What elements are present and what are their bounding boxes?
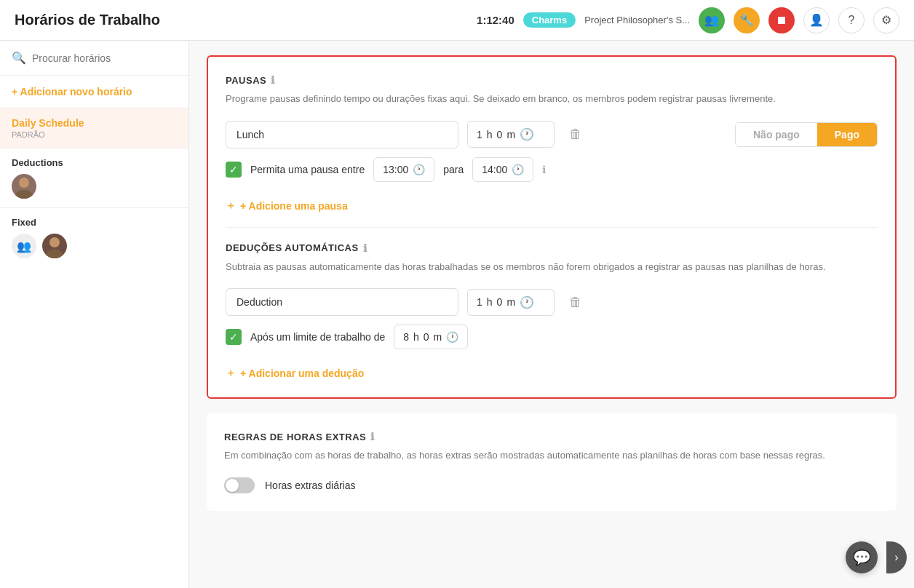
chat-button[interactable]: 💬 [846,541,878,573]
toggle-knob [226,479,239,492]
svg-point-0 [19,178,29,188]
svg-point-1 [15,190,33,199]
break-minutes: 0 [497,129,503,140]
add-deduction-icon: ＋ [226,367,236,380]
break-duration-input[interactable]: 1 h 0 m 🕐 [467,121,555,148]
break-from-value: 13:00 [383,164,408,175]
pausas-title: PAUSAS ℹ [226,74,878,86]
clock-to-icon: 🕐 [512,164,524,175]
paid-button[interactable]: Pago [817,123,877,146]
deductions-title: Deductions [12,157,177,168]
daily-overtime-toggle[interactable] [224,477,255,493]
overtime-info-icon[interactable]: ℹ [370,431,375,442]
add-break-icon: ＋ [226,199,236,212]
overtime-section: REGRAS DE HORAS EXTRAS ℹ Em combinação c… [207,413,897,511]
group-icon: 👥 [12,234,36,258]
break-hours: 1 [477,129,482,140]
sidebar-item-daily-schedule[interactable]: Daily Schedule PADRÃO [0,108,188,148]
fixed-title: Fixed [12,217,177,228]
deduction-clock-icon: 🕐 [520,295,534,309]
break-to-input[interactable]: 14:00 🕐 [472,157,533,182]
clock-from-icon: 🕐 [413,164,425,175]
help-icon-button[interactable]: ? [838,7,865,33]
unpaid-button[interactable]: Não pago [736,123,817,146]
deduction-duration-input[interactable]: 1 h 0 m 🕐 [467,289,555,316]
add-schedule-button[interactable]: + Adicionar novo horário [0,76,188,108]
work-limit-label: Após um limite de trabalho de [250,331,385,343]
work-limit-checkbox[interactable]: ✓ [226,329,242,345]
deducoes-desc: Subtraia as pausas automaticamente das h… [226,260,878,274]
pausas-section: PAUSAS ℹ Programe pausas definindo tempo… [226,74,878,212]
daily-overtime-label: Horas extras diárias [265,480,356,491]
page-title: Horários de Trabalho [15,12,160,28]
delete-break-button[interactable]: 🗑 [563,122,588,147]
work-hours: 8 [403,331,409,343]
deducoes-title: DEDUÇÕES AUTOMÁTICAS ℹ [226,242,878,254]
charms-badge[interactable]: Charms [523,12,576,28]
header-controls: 1:12:40 Charms Project Philosopher's S..… [477,7,899,33]
deductions-section: Deductions [0,148,188,207]
add-deduction-button[interactable]: ＋ + Adicionar uma dedução [226,367,364,380]
search-icon: 🔍 [12,51,26,65]
deduction-entry-row: 1 h 0 m 🕐 🗑 [226,288,878,316]
deduction-minutes: 0 [497,296,503,308]
overtime-title: REGRAS DE HORAS EXTRAS ℹ [224,431,879,442]
fixed-avatars: 👥 [12,234,177,258]
deducoes-section: DEDUÇÕES AUTOMÁTICAS ℹ Subtraia as pausa… [226,242,878,381]
delete-deduction-button[interactable]: 🗑 [563,290,588,314]
deductions-avatars [12,174,177,199]
main-layout: 🔍 + Adicionar novo horário Daily Schedul… [0,41,914,588]
svg-point-2 [49,237,60,247]
break-range-info-icon[interactable]: ℹ [542,164,546,175]
work-clock-icon: 🕐 [446,331,458,343]
allow-break-row: ✓ Permita uma pausa entre 13:00 🕐 para 1… [226,157,878,182]
main-content: PAUSAS ℹ Programe pausas definindo tempo… [189,41,914,588]
daily-overtime-row: Horas extras diárias [224,477,879,493]
fixed-section: Fixed 👥 [0,207,188,267]
work-limit-row: ✓ Após um limite de trabalho de 8 h 0 m … [226,325,878,349]
timer-display: 1:12:40 [477,14,514,26]
pay-toggle: Não pago Pago [735,122,878,147]
break-from-input[interactable]: 13:00 🕐 [373,157,434,182]
deducoes-info-icon[interactable]: ℹ [363,242,367,254]
search-container: 🔍 [0,41,188,76]
tools-icon-button[interactable]: 🔧 [734,7,760,33]
break-entry-row: 1 h 0 m 🕐 🗑 Não pago Pago [226,121,878,148]
add-deduction-label: + Adicionar uma dedução [240,368,364,379]
allow-break-label: Permita uma pausa entre [250,164,365,175]
team-icon-button[interactable]: 👥 [699,7,725,33]
overtime-desc: Em combinação com as horas de trabalho, … [224,448,879,463]
svg-point-3 [46,250,63,258]
work-minutes: 0 [424,331,429,343]
project-name[interactable]: Project Philosopher's S... [584,15,690,25]
schedule-sub: PADRÃO [12,130,177,139]
add-break-button[interactable]: ＋ + Adicione uma pausa [226,199,348,212]
sidebar: 🔍 + Adicionar novo horário Daily Schedul… [0,41,189,588]
stop-icon-button[interactable]: ⏹ [768,7,795,33]
settings-icon-button[interactable]: ⚙ [873,7,899,33]
add-break-label: + Adicione uma pausa [240,200,348,212]
pausas-info-icon[interactable]: ℹ [271,74,275,86]
deduction-avatar [12,174,36,199]
break-name-input[interactable] [226,121,458,148]
break-to-value: 14:00 [482,164,507,175]
para-label: para [443,164,464,175]
user-icon-button[interactable]: 👤 [803,7,830,33]
deduction-name-input[interactable] [226,288,458,316]
work-limit-input[interactable]: 8 h 0 m 🕐 [394,325,468,349]
allow-break-checkbox[interactable]: ✓ [226,162,242,178]
search-input[interactable] [32,52,177,64]
pausas-deducoes-card: PAUSAS ℹ Programe pausas definindo tempo… [207,55,897,399]
app-header: Horários de Trabalho 1:12:40 Charms Proj… [0,0,914,41]
clock-icon: 🕐 [520,127,534,141]
deduction-hours: 1 [477,296,482,308]
fixed-avatar [42,234,67,258]
schedule-name: Daily Schedule [12,117,177,129]
section-divider [226,227,878,228]
pausas-desc: Programe pausas definindo tempo ou duraç… [226,92,878,106]
